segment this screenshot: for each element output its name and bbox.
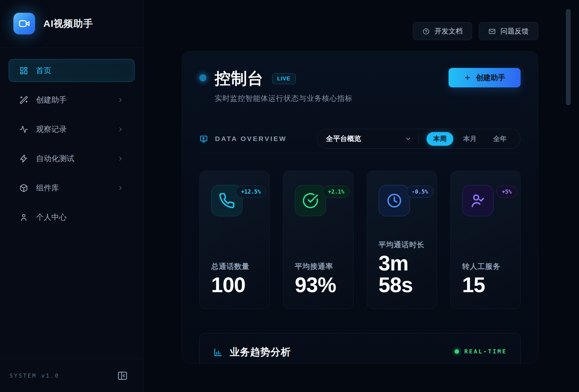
collapse-sidebar-button[interactable] bbox=[116, 369, 129, 382]
chevron-right-icon bbox=[117, 126, 124, 133]
sidebar-item-label: 个人中心 bbox=[36, 212, 67, 222]
brand: AI视频助手 bbox=[0, 0, 143, 48]
stat-card-human-transfer: +5% 转人工服务 15 bbox=[450, 171, 521, 309]
app-root: AI视频助手 首页 创建助手 观察记录 自动化测试 bbox=[0, 0, 579, 392]
controls-divider bbox=[419, 134, 419, 144]
sidebar-item-label: 观察记录 bbox=[36, 124, 67, 134]
stat-value: 100 bbox=[211, 274, 258, 296]
app-logo bbox=[13, 13, 35, 34]
chevron-right-icon bbox=[117, 185, 124, 191]
data-overview-header: DATA OVERVIEW bbox=[199, 135, 287, 143]
magic-wand-icon bbox=[19, 96, 28, 104]
tab-week[interactable]: 本周 bbox=[427, 132, 453, 146]
monitor-play-icon bbox=[199, 135, 208, 143]
stat-label: 平均通话时长 bbox=[379, 240, 425, 250]
platform-select-value: 全平台概览 bbox=[326, 134, 361, 144]
chevron-right-icon bbox=[117, 155, 124, 162]
sidebar-nav: 首页 创建助手 观察记录 自动化测试 组件库 bbox=[0, 48, 143, 229]
tab-month[interactable]: 本月 bbox=[457, 132, 483, 146]
sidebar-item-create-assistant[interactable]: 创建助手 bbox=[9, 88, 135, 111]
sidebar-item-label: 创建助手 bbox=[36, 95, 67, 105]
check-circle-icon bbox=[302, 192, 319, 209]
create-assistant-button[interactable]: 创建助手 bbox=[449, 68, 521, 87]
panel-collapse-icon bbox=[117, 370, 128, 381]
topbar: 开发文档 问题反馈 bbox=[413, 22, 538, 40]
data-overview-row: DATA OVERVIEW 全平台概览 本周 本月 全年 bbox=[199, 129, 521, 149]
plus-icon bbox=[464, 74, 471, 81]
stat-icon-tile bbox=[379, 185, 410, 216]
trend-analysis-card: 业务趋势分析 REAL-TIME bbox=[199, 333, 521, 364]
app-title: AI视频助手 bbox=[43, 17, 93, 30]
page-title: 控制台 bbox=[215, 68, 264, 89]
chevron-right-icon bbox=[117, 97, 124, 103]
delta-badge: +2.1% bbox=[323, 186, 350, 198]
sidebar-footer: SYSTEM v1.0 bbox=[0, 359, 143, 392]
stat-card-avg-duration: -0.5% 平均通话时长 3m 58s bbox=[367, 171, 437, 309]
activity-icon bbox=[19, 125, 28, 134]
chevron-down-icon bbox=[405, 136, 412, 142]
trend-status: REAL-TIME bbox=[455, 348, 507, 355]
bar-chart-icon bbox=[213, 347, 223, 357]
stat-value: 3m 58s bbox=[379, 252, 425, 296]
stat-value: 93% bbox=[295, 274, 341, 296]
realtime-dot bbox=[455, 349, 459, 354]
stat-card-answer-rate: +2.1% 平均接通率 93% bbox=[283, 171, 353, 309]
page-subtitle: 实时监控智能体运行状态与业务核心指标 bbox=[215, 93, 353, 103]
range-tabs: 本周 本月 全年 bbox=[427, 132, 513, 146]
feedback-button[interactable]: 问题反馈 bbox=[479, 22, 538, 40]
mail-icon bbox=[488, 28, 496, 35]
data-overview-label: DATA OVERVIEW bbox=[215, 135, 287, 143]
feedback-label: 问题反馈 bbox=[501, 26, 529, 36]
delta-badge: +5% bbox=[496, 186, 517, 198]
section-divider bbox=[199, 153, 521, 153]
live-badge: LIVE bbox=[272, 73, 296, 84]
sidebar-item-label: 自动化测试 bbox=[36, 153, 74, 164]
tab-year[interactable]: 全年 bbox=[486, 132, 513, 146]
help-circle-icon bbox=[422, 28, 430, 35]
stat-label: 总通话数量 bbox=[211, 262, 258, 271]
sidebar-item-home[interactable]: 首页 bbox=[9, 59, 135, 82]
console-header: 控制台 LIVE 实时监控智能体运行状态与业务核心指标 创建助手 bbox=[199, 68, 521, 103]
platform-select[interactable]: 全平台概览 bbox=[326, 134, 412, 144]
stat-icon-tile bbox=[462, 185, 494, 216]
stat-label: 平均接通率 bbox=[295, 262, 341, 271]
lightning-icon bbox=[19, 154, 28, 163]
dev-docs-label: 开发文档 bbox=[434, 26, 463, 36]
console-header-left: 控制台 LIVE 实时监控智能体运行状态与业务核心指标 bbox=[199, 68, 353, 103]
dev-docs-button[interactable]: 开发文档 bbox=[413, 22, 472, 40]
sidebar-item-label: 组件库 bbox=[36, 183, 59, 193]
trend-header: 业务趋势分析 bbox=[213, 345, 291, 359]
realtime-label: REAL-TIME bbox=[464, 348, 507, 355]
sidebar-item-automation-test[interactable]: 自动化测试 bbox=[9, 147, 135, 170]
stat-icon-tile bbox=[295, 185, 326, 216]
sidebar-item-component-library[interactable]: 组件库 bbox=[9, 176, 135, 199]
stats-grid: +12.5% 总通话数量 100 +2.1% 平均接通率 93% bbox=[199, 171, 521, 309]
sidebar-item-label: 首页 bbox=[36, 65, 51, 76]
clock-icon bbox=[386, 192, 403, 209]
trend-title: 业务趋势分析 bbox=[230, 345, 291, 359]
sidebar: AI视频助手 首页 创建助手 观察记录 自动化测试 bbox=[0, 0, 144, 392]
main-content: 开发文档 问题反馈 控制台 LIVE 实时监控智能体运行状态与业务核心指标 bbox=[144, 0, 579, 392]
user-icon bbox=[19, 213, 28, 222]
stat-label: 转人工服务 bbox=[462, 262, 509, 271]
create-assistant-label: 创建助手 bbox=[476, 73, 505, 83]
cube-icon bbox=[19, 184, 28, 192]
stat-value: 15 bbox=[462, 274, 509, 296]
scrollbar[interactable] bbox=[566, 9, 571, 105]
sidebar-item-observation-log[interactable]: 观察记录 bbox=[9, 118, 135, 141]
sidebar-item-personal-center[interactable]: 个人中心 bbox=[9, 206, 135, 229]
console-panel: 控制台 LIVE 实时监控智能体运行状态与业务核心指标 创建助手 DATA OV… bbox=[182, 51, 538, 364]
dashboard-icon bbox=[19, 66, 28, 75]
delta-badge: +12.5% bbox=[236, 186, 266, 198]
system-version: SYSTEM v1.0 bbox=[10, 373, 60, 379]
delta-badge: -0.5% bbox=[406, 186, 434, 198]
video-camera-icon bbox=[19, 18, 30, 29]
stat-card-total-calls: +12.5% 总通话数量 100 bbox=[199, 171, 270, 309]
phone-icon bbox=[219, 192, 235, 209]
user-check-icon bbox=[470, 192, 486, 209]
status-dot bbox=[199, 74, 206, 81]
overview-controls: 全平台概览 本周 本月 全年 bbox=[317, 129, 521, 149]
